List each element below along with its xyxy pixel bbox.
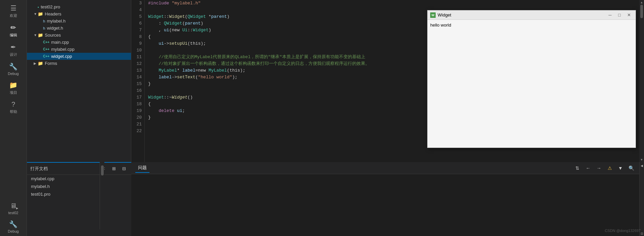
- widget-maximize-button[interactable]: □: [615, 12, 623, 18]
- file-label-test02pro: test02.pro: [41, 4, 60, 9]
- help-icon: ?: [11, 101, 15, 108]
- right-edge-expand-button[interactable]: ◀: [640, 163, 644, 168]
- cpp-icon1: C++: [43, 40, 49, 44]
- monitor-icon: 🖥▶: [10, 202, 17, 210]
- line-numbers: 3 4 5 6 7 8 9 10 11 12 13 14 15 16: [131, 0, 145, 162]
- h-file-icon2: h: [43, 26, 45, 30]
- toolbar-warning-button[interactable]: ⚠: [606, 164, 614, 172]
- widget-close-button[interactable]: ✕: [625, 12, 633, 18]
- toolbar-search-button[interactable]: 🔍: [627, 164, 635, 172]
- code-line-15: }: [148, 81, 420, 87]
- open-docs-title: 打开文档: [30, 166, 98, 172]
- toolbar-sort-button[interactable]: ⇅: [573, 164, 581, 172]
- code-line-19: delete ui;: [148, 108, 420, 114]
- toolbar-filter-button[interactable]: ▼: [616, 164, 624, 172]
- folder-forms[interactable]: ▶ 📁 Forms: [27, 60, 131, 67]
- sidebar-item-design[interactable]: ✒ 设计: [0, 40, 27, 60]
- widget-body: hello world: [428, 20, 636, 148]
- open-docs-add-button[interactable]: ⊞: [110, 165, 118, 173]
- right-edge-panel: ◀ ⊡: [639, 162, 644, 236]
- code-line-13: MyLabel* label=new MyLabel(this);: [148, 67, 420, 74]
- toolbar-prev-button[interactable]: ←: [584, 164, 592, 172]
- code-line-6: : QWidget(parent): [148, 20, 420, 27]
- cpp-icon3: C++: [43, 54, 49, 58]
- sidebar-item-debug1[interactable]: 🔧 Debug: [0, 60, 27, 78]
- code-line-3: #include "mylabel.h": [148, 0, 420, 7]
- docs-item-label-1: mylabel.h: [31, 184, 50, 189]
- folder-sources[interactable]: ▼ 📁 Sources: [27, 32, 131, 39]
- widget-window: W Widget ─ □ ✕ hello world: [427, 10, 636, 148]
- scroll-up-button[interactable]: ▲: [639, 0, 644, 5]
- toolbar-next-button[interactable]: →: [595, 164, 603, 172]
- project-icon: 📁: [9, 81, 18, 89]
- code-line-17: ◀ Widget::~Widget(): [148, 94, 420, 101]
- bottom-area: 打开文档 ⇕ ⊞ ⊟ mylabel.cpp mylabel.h test01.…: [27, 162, 644, 236]
- code-line-11: //使用自己定义的MyLabel代替原来的QLabel，所谓的"继承"本质上是扩…: [148, 54, 420, 61]
- bottom-toolbar: 问题 ⇅ ← → ⚠ ▼ 🔍: [131, 162, 639, 174]
- docs-list: mylabel.cpp mylabel.h test01.pro: [27, 175, 131, 236]
- code-line-10: [148, 47, 420, 54]
- forms-arrow: ▶: [34, 62, 38, 65]
- docs-item-label-0: mylabel.cpp: [31, 176, 54, 181]
- main-area: ▪ test02.pro ▼ 📁 Headers h mylabel.h: [27, 0, 644, 236]
- folder-label-headers: Headers: [45, 11, 61, 16]
- open-docs-header: 打开文档 ⇕ ⊞ ⊟: [27, 163, 131, 175]
- bottom-right-area: 问题 ⇅ ← → ⚠ ▼ 🔍: [131, 162, 639, 236]
- sidebar-label-design: 设计: [10, 52, 17, 57]
- code-line-8: {: [148, 34, 420, 40]
- sidebar-item-help[interactable]: ? 帮助: [0, 98, 27, 117]
- file-tree: ▪ test02.pro ▼ 📁 Headers h mylabel.h: [27, 0, 131, 162]
- widget-title: Widget: [438, 12, 606, 17]
- sidebar-item-welcome[interactable]: ☰ 欢迎: [0, 1, 27, 21]
- widget-minimize-button[interactable]: ─: [606, 12, 614, 18]
- open-docs-panel: 打开文档 ⇕ ⊞ ⊟ mylabel.cpp mylabel.h test01.…: [27, 162, 131, 236]
- wrench-icon: 🔧: [9, 63, 18, 71]
- sidebar-item-test02[interactable]: 🖥▶ test02: [0, 199, 27, 218]
- docs-scroll-thumb[interactable]: [101, 165, 104, 175]
- file-item-widgetcpp[interactable]: C++ widget.cpp: [27, 53, 131, 60]
- widget-controls: ─ □ ✕: [606, 12, 633, 18]
- bottom-tab-problems[interactable]: 问题: [135, 163, 149, 173]
- code-line-14: label->setText("hello world");: [148, 74, 420, 81]
- cpp-icon2: C++: [43, 47, 49, 51]
- sidebar-item-edit[interactable]: ✏ 编辑: [0, 21, 27, 40]
- file-item-widgeth[interactable]: h widget.h: [27, 25, 131, 32]
- sidebar-label-project: 项目: [10, 90, 17, 95]
- right-scrollbar[interactable]: ▲ ▼: [639, 0, 644, 162]
- file-item-mylabelh[interactable]: h mylabel.h: [27, 17, 131, 25]
- top-section: ▪ test02.pro ▼ 📁 Headers h mylabel.h: [27, 0, 644, 162]
- docs-scrollbar[interactable]: [100, 162, 104, 229]
- scroll-track[interactable]: [639, 5, 644, 157]
- folder-label-forms: Forms: [45, 61, 57, 66]
- code-line-18: {: [148, 101, 420, 108]
- code-line-9: ui->setupUi(this);: [148, 40, 420, 47]
- code-lines[interactable]: #include "mylabel.h" Widget::Widget(QWid…: [145, 0, 420, 162]
- folder-headers[interactable]: ▼ 📁 Headers: [27, 10, 131, 17]
- file-item-mylabelcpp[interactable]: C++ mylabel.cpp: [27, 46, 131, 53]
- design-icon: ✒: [10, 43, 16, 51]
- sidebar-label-debug2: Debug: [8, 229, 19, 233]
- widget-preview-area: W Widget ─ □ ✕ hello world: [420, 0, 639, 162]
- docs-item-1[interactable]: mylabel.h: [27, 183, 131, 190]
- headers-folder-icon: 📁: [38, 11, 43, 16]
- sidebar-item-project[interactable]: 📁 项目: [0, 78, 27, 98]
- scroll-thumb[interactable]: [640, 5, 643, 18]
- scroll-down-button[interactable]: ▼: [639, 157, 644, 162]
- bottom-content[interactable]: [131, 174, 639, 236]
- code-content-area[interactable]: 3 4 5 6 7 8 9 10 11 12 13 14 15 16: [131, 0, 420, 162]
- file-item-maincpp[interactable]: C++ main.cpp: [27, 39, 131, 46]
- sidebar-label-test02: test02: [8, 211, 19, 215]
- welcome-icon: ☰: [10, 4, 16, 12]
- code-line-7: ◀ , ui(new Ui::Widget): [148, 27, 420, 34]
- forms-folder-icon: 📁: [38, 61, 43, 66]
- code-line-22: [148, 128, 420, 134]
- file-label-widgeth: widget.h: [47, 26, 63, 31]
- docs-item-2[interactable]: test01.pro: [27, 190, 131, 198]
- sidebar-item-debug2[interactable]: 🔧 Debug: [0, 218, 27, 236]
- headers-arrow: ▼: [34, 12, 38, 16]
- sidebar-label-debug1: Debug: [8, 72, 19, 76]
- open-docs-collapse-button[interactable]: ⊟: [120, 165, 128, 173]
- docs-item-0[interactable]: mylabel.cpp: [27, 175, 131, 183]
- file-item-test02pro[interactable]: ▪ test02.pro: [27, 3, 131, 10]
- sidebar: ☰ 欢迎 ✏ 编辑 ✒ 设计 🔧 Debug 📁 项目 ? 帮助 🖥▶ test…: [0, 0, 27, 236]
